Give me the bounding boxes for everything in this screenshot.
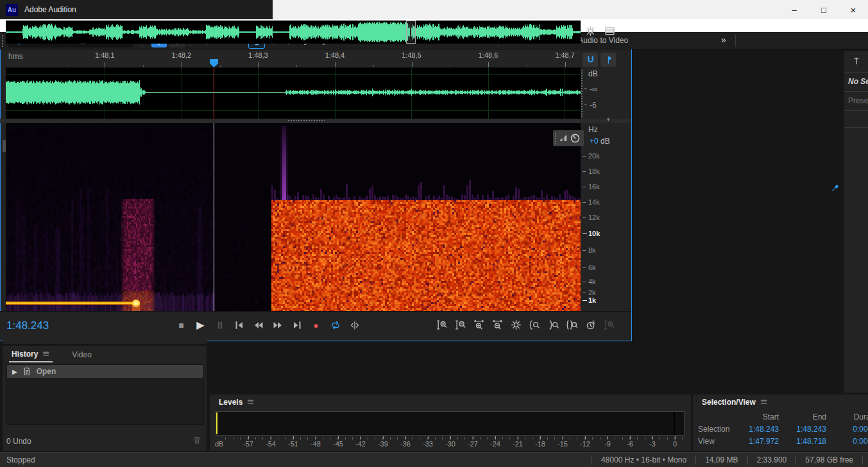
panel-menu-icon[interactable] — [760, 398, 768, 406]
overview-list-icon[interactable] — [604, 26, 615, 37]
marker-icon[interactable] — [600, 53, 616, 67]
zoom-out-time-button[interactable] — [491, 318, 504, 332]
levels-tick-label: -42 — [355, 440, 366, 448]
collapsed-panel-icon[interactable] — [852, 56, 861, 65]
tab-levels[interactable]: Levels — [216, 395, 257, 409]
status-item: 48000 Hz • 16-bit • Mono — [591, 455, 695, 464]
zoom-auto-button[interactable] — [584, 318, 597, 332]
sv-value[interactable]: 1:48.718 — [779, 436, 826, 448]
loop-button[interactable] — [328, 318, 342, 332]
adobe-audition-window: Au Adobe Audition – □ × FileEditMultitra… — [0, 0, 868, 467]
tab-video[interactable]: Video — [69, 347, 94, 362]
gain-readout[interactable]: +0 dB — [590, 137, 610, 146]
tab-history[interactable]: History — [9, 346, 53, 362]
ruler-tick-label: 1:48,2 — [172, 51, 192, 59]
audition-logo-icon[interactable]: Au — [6, 4, 18, 16]
timeline-ruler[interactable]: hms 1:48,11:48,21:48,31:48,41:48,51:48,6… — [6, 50, 581, 68]
freq-tick-label: 1k — [588, 296, 596, 304]
zoom-to-in-point-button[interactable] — [528, 318, 541, 332]
editor-panel: Editor: dut_old.wav Mixer hms 1:48,11:48… — [0, 0, 632, 341]
meter-min-line — [216, 412, 217, 434]
toolbar-separator — [735, 35, 736, 47]
skip-to-start-button[interactable] — [232, 318, 246, 332]
drag-grip[interactable] — [554, 132, 557, 144]
play-button[interactable]: ▶ — [194, 318, 207, 332]
skip-to-end-button[interactable] — [290, 318, 303, 332]
levels-tick-label: -48 — [311, 440, 321, 448]
close-button[interactable]: × — [838, 0, 868, 19]
volume-knob-icon[interactable] — [570, 133, 581, 144]
time-display[interactable]: 1:48.243 — [6, 319, 49, 332]
meter-bars-icon — [559, 134, 568, 142]
ruler-tick-label: 1:48,6 — [479, 51, 498, 59]
sv-header: Duration — [826, 411, 868, 423]
sv-value[interactable]: 0:00.000 — [826, 423, 868, 436]
sv-corner — [698, 411, 739, 423]
playhead-marker[interactable] — [210, 59, 218, 67]
zoom-to-out-point-button[interactable] — [547, 318, 560, 332]
freq-tick-label: 6k — [588, 264, 596, 271]
db-scale-label: dB — [588, 69, 598, 78]
collapsed-label[interactable]: No Se — [848, 77, 868, 86]
status-item: 2:33.900 — [747, 455, 796, 464]
levels-tick-label: -27 — [468, 440, 478, 448]
levels-panel: Levels dB-57-54-51-48-45-42-39-36-33-30-… — [210, 395, 691, 451]
zoom-out-amplitude-button[interactable] — [454, 318, 467, 332]
zoom-reset-button[interactable] — [509, 318, 523, 332]
minimize-button[interactable]: – — [779, 0, 809, 19]
sv-value[interactable]: 1:48.243 — [779, 423, 826, 436]
volume-knob-overlay[interactable] — [553, 130, 584, 146]
zoom-in-amplitude-button[interactable] — [435, 318, 448, 332]
levels-tick-label: -33 — [423, 440, 433, 448]
levels-tick-label: -39 — [378, 440, 388, 448]
panel-menu-icon[interactable] — [42, 350, 50, 358]
zoom-to-selection-button[interactable] — [565, 318, 579, 332]
collapsed-right-panel: No Se Prese — [844, 51, 868, 393]
levels-tick-label: 0 — [673, 440, 677, 448]
clear-history-trash-icon[interactable] — [192, 436, 201, 445]
frequency-scale[interactable]: Hz +0 dB 20k18k16k14k12k10k8k6k4k2k1k — [581, 123, 631, 311]
toolbar-overflow-chevron[interactable]: » — [721, 35, 725, 45]
level-meter[interactable] — [215, 411, 685, 436]
collapsed-label[interactable]: Prese — [848, 96, 868, 105]
move-playhead-button[interactable] — [348, 318, 361, 332]
pin-icon[interactable] — [831, 183, 840, 192]
sv-row-label: Selection — [698, 423, 739, 436]
pause-button[interactable] — [213, 318, 226, 332]
zoom-full-icon[interactable] — [585, 26, 596, 37]
freq-tick-label: 18k — [588, 167, 600, 175]
ruler-tick-label: 1:48,5 — [402, 51, 421, 59]
status-item: 57,98 GB free — [796, 455, 862, 464]
sv-value[interactable]: 0:00.746 — [826, 436, 868, 448]
playback-state: Stopped — [0, 455, 35, 464]
snap-magnet-icon[interactable] — [583, 53, 598, 67]
zoom-vertical-disabled-button[interactable] — [602, 318, 616, 332]
overview-waveform[interactable] — [6, 21, 581, 44]
fast-forward-button[interactable] — [271, 318, 284, 332]
wave-spectral-divider[interactable]: ▾ — [0, 119, 631, 123]
zoom-in-time-button[interactable] — [472, 318, 486, 332]
waveform-display[interactable] — [6, 68, 581, 119]
ruler-unit-label: hms — [8, 52, 23, 61]
spectrogram-display[interactable] — [6, 123, 581, 311]
maximize-button[interactable]: □ — [809, 0, 838, 19]
history-entry-open[interactable]: ▶ Open — [7, 365, 203, 378]
document-icon — [22, 367, 31, 376]
tab-selection-view[interactable]: Selection/View — [699, 395, 770, 409]
ruler-tick-label: 1:48,1 — [95, 51, 115, 59]
sv-value[interactable]: 1:48.243 — [739, 423, 779, 436]
levels-tick-label: -15 — [557, 440, 568, 448]
levels-tick-label: -54 — [266, 440, 276, 448]
panel-menu-icon[interactable] — [246, 398, 255, 406]
collapse-chevron-icon[interactable]: ▾ — [607, 116, 610, 123]
hz-scale-label: Hz — [588, 125, 598, 134]
sv-header: Start — [739, 411, 779, 423]
toolbar-grip[interactable] — [1, 35, 4, 47]
levels-tick-label: -57 — [243, 440, 253, 448]
rewind-button[interactable] — [251, 318, 265, 332]
sv-value[interactable]: 1:47.972 — [739, 436, 779, 448]
view-range-indicator[interactable] — [406, 21, 416, 44]
amplitude-scale[interactable]: dB -∞ -6 — [581, 68, 631, 119]
stop-button[interactable]: ■ — [174, 318, 188, 332]
record-button[interactable]: ● — [309, 318, 323, 332]
